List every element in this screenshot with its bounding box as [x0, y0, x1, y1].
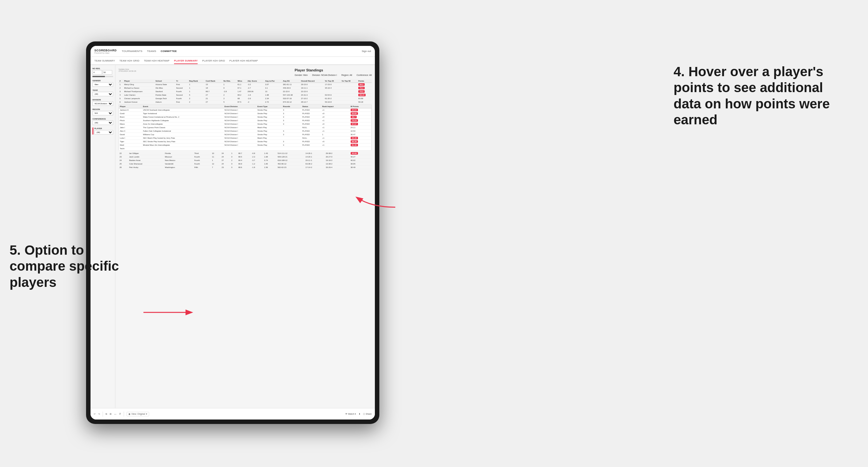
share-btn[interactable]: ⬡ Share	[363, 413, 372, 415]
tooltip-row: MuttlMirabel Maui Jim IntercollegiateNCA…	[119, 144, 372, 147]
annotation-left: 5. Option to compare specific players	[9, 242, 144, 290]
table-header-row: # Player School Yr Reg Rank Conf Rank No…	[119, 80, 372, 83]
sub-nav-player-summary[interactable]: PLAYER SUMMARY	[174, 58, 198, 64]
filter-division: Division NCAA Division I	[92, 99, 113, 106]
lower-table: 22Ian GilliganFloridaThird 1024168.7-0.8…	[119, 152, 372, 169]
gender-select[interactable]: Men	[92, 82, 113, 87]
col-avg-sg: Avg SG	[282, 80, 300, 83]
sub-nav-player-h2h-grid[interactable]: PLAYER H2H GRID	[202, 58, 225, 63]
download-btn[interactable]: ⬇	[359, 413, 361, 415]
col-no-rds: No Rds.	[222, 80, 237, 83]
region-filter: Region: All	[341, 74, 352, 76]
copy-btn[interactable]: ⧉	[105, 413, 107, 415]
col-avg-to-par: Avg to-Par	[264, 80, 282, 83]
region-select[interactable]: N/A	[92, 111, 113, 115]
no-rds-label: No Rds.	[92, 68, 113, 69]
eye-icon: 👁	[345, 413, 347, 415]
tt-col-rank: Rank Impact	[321, 105, 350, 108]
table-row: 25Cole SherwoodVanderbiltFourth 1224069.…	[119, 162, 372, 166]
main-content: No Rds. Gender Men Year (All	[91, 65, 375, 408]
toolbar-right: 👁 Watch ▾ ⬇ ⬡ Share	[345, 413, 372, 415]
view-original-btn[interactable]: ◉ View: Original ▾	[127, 412, 149, 416]
tooltip-row: Jackson KUNCW Seahawk IntercollegiateNCA…	[119, 108, 372, 112]
tt-col-status: Status	[301, 105, 321, 108]
table-row: 4Luke ClantonFlorida StateSecond 527268.…	[119, 93, 372, 97]
conference-filter: Conference: All	[357, 74, 372, 76]
division-select[interactable]: NCAA Division I	[92, 101, 113, 106]
player-label: Player	[94, 127, 113, 129]
redo-btn[interactable]: ↪	[98, 413, 100, 415]
conference-select[interactable]: (All)	[92, 121, 113, 125]
sub-nav-team-h2h-grid[interactable]: TEAM H2H GRID	[120, 58, 140, 63]
table-row: 6Jackson KoivunAuburnFirst 227587.5-2 2.…	[119, 100, 372, 104]
col-points: Points	[357, 80, 372, 83]
filter-region: Region N/A	[92, 108, 113, 115]
tooltip-row: TigerSEC Stroke Play hosted by Jerry Pat…	[119, 140, 372, 144]
clock-btn[interactable]: ⏱	[119, 413, 121, 415]
col-reg-rank: Reg Rank	[188, 80, 205, 83]
no-rds-to-input[interactable]	[103, 70, 112, 74]
year-select[interactable]: (All)	[92, 92, 113, 96]
tt-col-wpoints: W Points	[350, 105, 372, 108]
col-school: School	[155, 80, 175, 83]
tt-col-player: Player	[119, 105, 142, 108]
table-row: 5Christo LamprechtGeorgia TechFourth 221…	[119, 97, 372, 100]
tooltip-row: PhichSouthern Highlands CollegiateNCAA D…	[119, 119, 372, 122]
tt-col-rounds: Rounds	[282, 105, 302, 108]
col-overall: Overall Record	[300, 80, 324, 83]
sub-nav: TEAM SUMMARY TEAM H2H GRID TEAM H2H HEAT…	[91, 57, 375, 65]
toolbar-sep-2	[124, 411, 124, 417]
standings-filters: Gender: Men Division: NCAA Division I Re…	[294, 74, 372, 76]
powered-by: Powered by clippi	[94, 52, 117, 54]
tooltip-row: GordiTiger InvitationalNCAA Division ISt…	[119, 112, 372, 115]
table-row: 1Wenyi DingArizona StateFirst 115161.1-3…	[119, 83, 372, 86]
col-conf-rank: Conf Rank	[205, 80, 222, 83]
gender-filter: Gender: Men	[294, 74, 308, 76]
col-player: Player	[123, 80, 154, 83]
tooltip-row: Alex CFallen Oak Collegiate Invitational…	[119, 129, 372, 133]
filter-no-rds: No Rds.	[92, 68, 113, 77]
no-rds-from-input[interactable]	[92, 70, 102, 74]
col-vs25: Vs Top 25	[324, 80, 340, 83]
toolbar-sep-1	[103, 411, 103, 417]
logo-area: SCOREBOARD Powered by clippi	[94, 49, 117, 54]
col-vs50: Vs Top 50	[341, 80, 357, 83]
dash-btn[interactable]: —	[114, 413, 116, 415]
share-icon: ⬡	[363, 413, 365, 415]
standings-table: # Player School Yr Reg Rank Conf Rank No…	[119, 80, 372, 104]
nav-teams[interactable]: TEAMS	[147, 49, 156, 53]
sub-nav-player-h2h-heatmap[interactable]: PLAYER H2H HEATMAP	[229, 58, 258, 63]
filter-gender: Gender Men	[92, 80, 113, 87]
paste-btn[interactable]: ⊞	[110, 413, 112, 415]
tooltip-row: BrentWake Forest Invitational at Pinehur…	[119, 115, 372, 119]
content-area: Update time: 27/01/2024 16:56:26 Player …	[115, 65, 375, 408]
filter-player: Player (All)	[92, 127, 113, 134]
view-label: View: Original	[131, 413, 145, 415]
undo-btn[interactable]: ↩	[94, 413, 96, 415]
year-label: Year	[92, 89, 113, 91]
tooltip-row: DavidWilliams CupNCAA Division IStroke P…	[119, 133, 372, 136]
tt-col-event: Event	[142, 105, 223, 108]
nav-tournaments[interactable]: TOURNAMENTS	[122, 49, 143, 53]
tt-col-type: Event Type	[257, 105, 282, 108]
table-row: 3Michael ThorbjornsenStanfordFourth 188.…	[119, 90, 372, 93]
standings-title: Player Standings	[294, 68, 372, 72]
table-row: 2Michael La SassoOle MissSecond 118067.1…	[119, 86, 372, 90]
sub-nav-team-h2h-heatmap[interactable]: TEAM H2H HEATMAP	[144, 58, 169, 63]
col-yr: Yr	[175, 80, 188, 83]
table-row: 23Jack LundinMissouriFourth 1124068.5-2.…	[119, 155, 372, 159]
nav-bar: SCOREBOARD Powered by clippi TOURNAMENTS…	[91, 46, 375, 57]
watch-btn[interactable]: 👁 Watch ▾	[345, 413, 356, 415]
filter-conference: Conference (All)	[92, 118, 113, 125]
nav-committee[interactable]: COMMITTEE	[161, 49, 177, 53]
view-icon: ◉	[128, 413, 130, 415]
update-time: Update time: 27/01/2024 16:56:26	[119, 68, 136, 72]
tablet-frame: SCOREBOARD Powered by clippi TOURNAMENTS…	[86, 41, 379, 424]
bottom-toolbar: ↩ ↪ ⧉ ⊞ — ⏱ ◉ View: Original ▾ 👁 Watch ▾…	[91, 408, 375, 419]
chevron-down-icon-watch: ▾	[355, 413, 356, 415]
sign-out[interactable]: Sign out	[362, 50, 371, 53]
sub-nav-team-summary[interactable]: TEAM SUMMARY	[94, 58, 115, 63]
conference-label: Conference	[92, 118, 113, 120]
tt-col-division: Event Division	[223, 105, 256, 108]
player-select[interactable]: (All)	[94, 130, 113, 134]
